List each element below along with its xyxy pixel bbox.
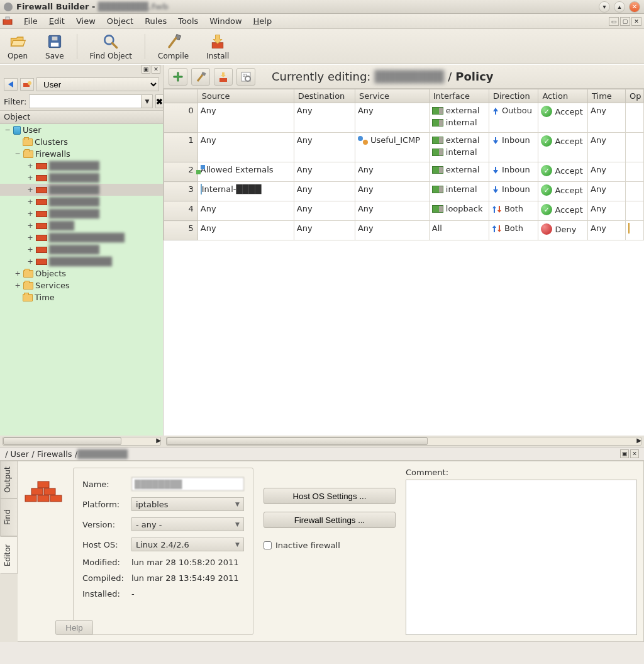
mdi-minimize-icon[interactable]: ▭ bbox=[609, 17, 619, 26]
cell-interface[interactable]: All bbox=[429, 221, 489, 240]
cell-time[interactable]: Any bbox=[588, 182, 626, 201]
menu-view[interactable]: View bbox=[71, 15, 101, 27]
cell-action[interactable]: ✓ Accept bbox=[538, 103, 588, 133]
cell-options[interactable] bbox=[625, 201, 643, 221]
editor-dock-icon[interactable]: ▣ bbox=[620, 449, 629, 458]
tree-node-objects[interactable]: +Objects bbox=[0, 267, 163, 279]
cell-direction[interactable]: Both bbox=[489, 201, 538, 221]
firewall-settings-button[interactable]: Firewall Settings ... bbox=[264, 512, 396, 528]
cell-service[interactable]: Any bbox=[355, 182, 429, 201]
table-row[interactable]: 0AnyAnyAny external internal Outbou✓ Acc… bbox=[164, 103, 644, 133]
version-select[interactable]: - any -▼ bbox=[131, 517, 244, 531]
cell-action[interactable]: ✓ Accept bbox=[538, 162, 588, 182]
tree-node-firewall[interactable]: +████████ bbox=[0, 244, 163, 256]
object-tree[interactable]: −User Clusters −Firewalls +████████ +███… bbox=[0, 124, 163, 436]
platform-select[interactable]: iptables▼ bbox=[131, 497, 244, 511]
chevron-down-icon[interactable]: ▼ bbox=[141, 95, 152, 108]
table-row[interactable]: 3 Internal-████AnyAny internal Inboun✓ A… bbox=[164, 182, 644, 201]
add-rule-button[interactable] bbox=[169, 68, 187, 86]
cell-direction[interactable]: Inboun bbox=[489, 162, 538, 182]
table-row[interactable]: 4AnyAnyAny loopback Both✓ AcceptAny bbox=[164, 201, 644, 221]
name-field[interactable] bbox=[131, 477, 244, 491]
tree-node-firewall[interactable]: +████████ bbox=[0, 196, 163, 208]
panel-dock-icon[interactable]: ▣ bbox=[142, 65, 150, 74]
table-row[interactable]: 1AnyAny Useful_ICMP external internal In… bbox=[164, 133, 644, 162]
compile-button[interactable]: Compile bbox=[158, 33, 189, 60]
cell-source[interactable]: Any bbox=[197, 103, 294, 133]
cell-interface[interactable]: external internal bbox=[429, 103, 489, 133]
cell-time[interactable]: Any bbox=[588, 103, 626, 133]
cell-source[interactable]: Any bbox=[197, 221, 294, 240]
tree-node-user[interactable]: −User bbox=[0, 124, 163, 136]
cell-source[interactable]: Allowed Externals bbox=[197, 162, 294, 182]
cell-action[interactable]: ✓ Accept bbox=[538, 182, 588, 201]
cell-destination[interactable]: Any bbox=[294, 133, 355, 162]
cell-source[interactable]: Any bbox=[197, 201, 294, 221]
filter-input-combo[interactable]: ▼ bbox=[29, 94, 153, 108]
cell-destination[interactable]: Any bbox=[294, 201, 355, 221]
cell-interface[interactable]: external bbox=[429, 162, 489, 182]
tab-find[interactable]: Find bbox=[0, 498, 18, 536]
tree-node-firewall-selected[interactable]: +████████ bbox=[0, 184, 163, 196]
cell-destination[interactable]: Any bbox=[294, 182, 355, 201]
cell-service[interactable]: Useful_ICMP bbox=[355, 133, 429, 162]
col-destination[interactable]: Destination bbox=[294, 89, 355, 103]
new-object-button[interactable] bbox=[20, 78, 34, 91]
cell-interface[interactable]: external internal bbox=[429, 133, 489, 162]
cell-destination[interactable]: Any bbox=[294, 162, 355, 182]
cell-source[interactable]: Any bbox=[197, 133, 294, 162]
mdi-maximize-icon[interactable]: ▢ bbox=[620, 17, 630, 26]
cell-action[interactable]: ✓ Accept bbox=[538, 133, 588, 162]
filter-input[interactable] bbox=[30, 95, 141, 108]
tree-node-firewall[interactable]: +████████ bbox=[0, 208, 163, 220]
tree-node-firewall[interactable]: +████ bbox=[0, 220, 163, 232]
hostos-select[interactable]: Linux 2.4/2.6▼ bbox=[131, 537, 244, 551]
cell-service[interactable]: Any bbox=[355, 221, 429, 240]
editor-close-icon[interactable]: ✕ bbox=[630, 449, 639, 458]
cell-destination[interactable]: Any bbox=[294, 221, 355, 240]
cell-options[interactable] bbox=[625, 221, 643, 240]
minimize-button[interactable]: ▾ bbox=[599, 1, 610, 13]
cell-source[interactable]: Internal-████ bbox=[197, 182, 294, 201]
cell-interface[interactable]: loopback bbox=[429, 201, 489, 221]
cell-service[interactable]: Any bbox=[355, 162, 429, 182]
cell-service[interactable]: Any bbox=[355, 201, 429, 221]
install-rules-button[interactable] bbox=[214, 68, 233, 86]
tab-output[interactable]: Output bbox=[0, 461, 18, 498]
cell-options[interactable] bbox=[625, 182, 643, 201]
menu-file[interactable]: File bbox=[19, 15, 43, 27]
tree-node-time[interactable]: Time bbox=[0, 291, 163, 303]
table-row[interactable]: 5AnyAnyAnyAll Both DenyAny bbox=[164, 221, 644, 240]
tree-node-firewall[interactable]: +██████████ bbox=[0, 256, 163, 267]
menu-help[interactable]: Help bbox=[248, 15, 277, 27]
tree-node-firewall[interactable]: +████████ bbox=[0, 172, 163, 184]
col-num[interactable] bbox=[164, 89, 198, 103]
cell-interface[interactable]: internal bbox=[429, 182, 489, 201]
tree-node-firewall[interactable]: +████████ bbox=[0, 160, 163, 172]
cell-direction[interactable]: Inboun bbox=[489, 182, 538, 201]
rules-table[interactable]: Source Destination Service Interface Dir… bbox=[164, 89, 644, 240]
cell-direction[interactable]: Both bbox=[489, 221, 538, 240]
back-button[interactable] bbox=[4, 78, 18, 91]
save-button[interactable]: Save bbox=[45, 33, 64, 60]
menu-rules[interactable]: Rules bbox=[140, 15, 172, 27]
tab-editor[interactable]: Editor bbox=[0, 536, 18, 574]
tree-hscroll[interactable] bbox=[3, 437, 161, 446]
menu-edit[interactable]: Edit bbox=[44, 15, 70, 27]
open-button[interactable]: Open bbox=[8, 33, 28, 60]
cell-direction[interactable]: Inboun bbox=[489, 133, 538, 162]
comment-textarea[interactable] bbox=[406, 480, 637, 635]
tree-node-firewall[interactable]: +████████████ bbox=[0, 232, 163, 244]
col-source[interactable]: Source bbox=[197, 89, 294, 103]
table-row[interactable]: 2 Allowed ExternalsAnyAny external Inbou… bbox=[164, 162, 644, 182]
col-time[interactable]: Time bbox=[588, 89, 626, 103]
col-direction[interactable]: Direction bbox=[489, 89, 538, 103]
filter-clear-button[interactable]: ✖ bbox=[155, 94, 164, 108]
find-object-button[interactable]: Find Object bbox=[90, 33, 132, 60]
close-button[interactable]: ✕ bbox=[629, 1, 640, 13]
cell-options[interactable] bbox=[625, 133, 643, 162]
maximize-button[interactable]: ▴ bbox=[614, 1, 625, 13]
menu-tools[interactable]: Tools bbox=[173, 15, 203, 27]
col-options[interactable]: Op bbox=[625, 89, 643, 103]
mdi-close-icon[interactable]: ✕ bbox=[631, 17, 641, 26]
